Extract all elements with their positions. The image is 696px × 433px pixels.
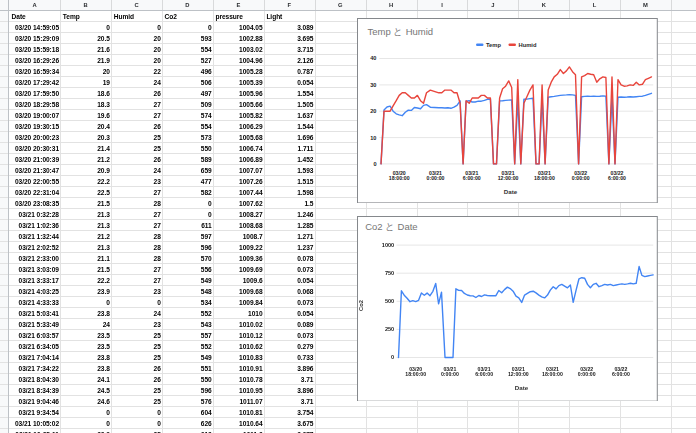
svg-text:18:00:00: 18:00:00	[405, 371, 426, 377]
svg-text:20: 20	[370, 108, 376, 114]
svg-text:Co2: Co2	[358, 300, 364, 311]
svg-text:1000: 1000	[382, 242, 394, 248]
svg-text:500: 500	[385, 298, 394, 304]
svg-text:12:00:00: 12:00:00	[508, 371, 529, 377]
svg-text:Co2 と Date: Co2 と Date	[365, 221, 417, 232]
svg-text:0: 0	[391, 354, 394, 360]
svg-text:0: 0	[373, 160, 376, 166]
svg-text:Humid: Humid	[518, 42, 536, 48]
svg-text:40: 40	[370, 55, 376, 61]
svg-text:Date: Date	[515, 383, 529, 390]
svg-text:18:00:00: 18:00:00	[389, 174, 410, 180]
svg-text:30: 30	[370, 81, 376, 87]
svg-text:750: 750	[385, 270, 394, 276]
svg-text:18:00:00: 18:00:00	[534, 174, 555, 180]
svg-text:Temp: Temp	[486, 42, 501, 48]
svg-text:Date: Date	[504, 188, 518, 195]
svg-text:Temp と Humid: Temp と Humid	[367, 25, 433, 36]
svg-text:0:00:00: 0:00:00	[572, 174, 590, 180]
svg-text:0:00:00: 0:00:00	[426, 174, 444, 180]
svg-text:0:00:00: 0:00:00	[578, 371, 596, 377]
svg-text:10: 10	[370, 134, 376, 140]
svg-text:6:00:00: 6:00:00	[475, 371, 493, 377]
svg-text:6:00:00: 6:00:00	[608, 174, 626, 180]
svg-text:6:00:00: 6:00:00	[612, 371, 630, 377]
svg-text:18:00:00: 18:00:00	[542, 371, 563, 377]
svg-text:6:00:00: 6:00:00	[463, 174, 481, 180]
svg-text:0:00:00: 0:00:00	[441, 371, 459, 377]
svg-text:12:00:00: 12:00:00	[498, 174, 519, 180]
svg-text:250: 250	[385, 326, 394, 332]
